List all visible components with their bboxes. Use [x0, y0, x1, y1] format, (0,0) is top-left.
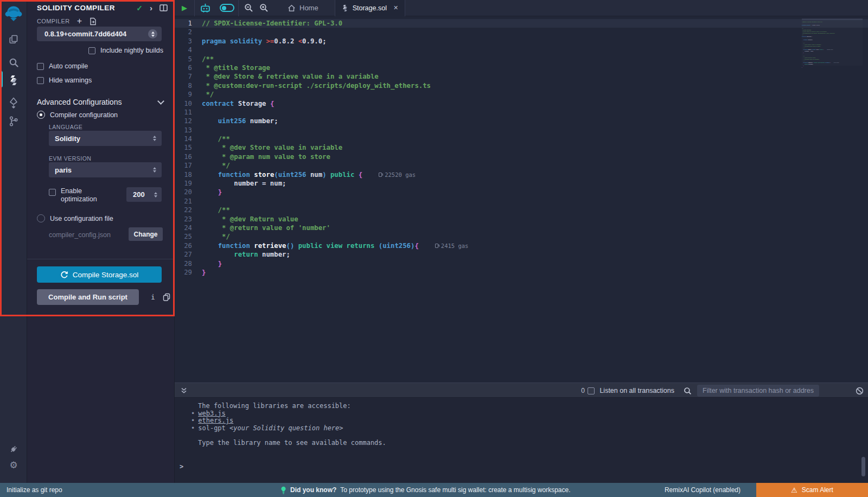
optimization-runs-input[interactable]: 200	[126, 187, 162, 202]
code-line-23[interactable]: 23 * @dev Return value	[175, 215, 868, 224]
solidity-compiler-icon[interactable]	[0, 71, 27, 90]
import-compiler-icon[interactable]	[89, 17, 97, 26]
code-line-12[interactable]: 12 uint256 number;	[175, 117, 868, 125]
scam-alert-badge[interactable]: ⚠ Scam Alert	[756, 483, 868, 497]
compile-and-run-button[interactable]: Compile and Run script	[37, 289, 139, 305]
init-git-repo-button[interactable]: Initialize as git repo	[7, 483, 62, 497]
line-number: 15	[175, 143, 202, 152]
code-line-4[interactable]: 4	[175, 46, 868, 54]
code-line-28[interactable]: 28 }	[175, 259, 868, 268]
run-script-button[interactable]: ▶	[175, 4, 194, 12]
tab-storage-sol[interactable]: Storage.sol ✕	[335, 0, 405, 16]
split-view-icon[interactable]	[159, 4, 168, 11]
code-line-21[interactable]: 21	[175, 197, 868, 206]
terminal-library-link[interactable]: web3.js	[198, 410, 226, 417]
hide-warnings-checkbox[interactable]	[37, 77, 44, 84]
status-bar: Initialize as git repo Did you know? To …	[0, 483, 868, 497]
plugin-manager-icon[interactable]	[0, 439, 27, 458]
code-line-27[interactable]: 27 return number;	[175, 250, 868, 259]
bullet-icon: •	[191, 424, 195, 432]
tab-home-label: Home	[299, 4, 318, 12]
zoom-in-button[interactable]	[256, 3, 271, 12]
include-nightly-checkbox[interactable]	[88, 47, 95, 54]
code-line-5[interactable]: 5/**	[175, 55, 868, 63]
advanced-configurations-toggle[interactable]: Advanced Configurations	[37, 98, 163, 106]
tab-storage-sol-label: Storage.sol	[353, 4, 387, 12]
editor-minimap[interactable]: // SPDX-License-Identifier: GPL-3.0pragm…	[802, 18, 863, 66]
zoom-out-icon	[244, 3, 253, 12]
line-number: 16	[175, 152, 202, 161]
enable-optimization-checkbox[interactable]	[49, 189, 56, 196]
code-line-11[interactable]: 11	[175, 108, 868, 117]
change-config-button[interactable]: Change	[129, 227, 163, 241]
listen-all-transactions-checkbox[interactable]	[588, 387, 595, 394]
code-line-20[interactable]: 20 }	[175, 188, 868, 196]
code-line-7[interactable]: 7 * @dev Store & retrieve value in a var…	[175, 72, 868, 81]
code-editor[interactable]: 1// SPDX-License-Identifier: GPL-3.023pr…	[175, 16, 868, 383]
stepper-arrows-icon[interactable]	[154, 192, 157, 197]
use-configuration-file-radio[interactable]	[37, 214, 45, 222]
code-line-15[interactable]: 15 * @dev Store value in variable	[175, 143, 868, 152]
code-line-19[interactable]: 19 number = num;	[175, 179, 868, 188]
code-line-25[interactable]: 25 */	[175, 232, 868, 241]
zoom-out-button[interactable]	[241, 3, 256, 12]
did-you-know-tip: Did you know? To prototype using the Gno…	[280, 483, 571, 497]
terminal-scrollbar[interactable]	[861, 457, 865, 476]
compiler-version-select[interactable]: 0.8.19+commit.7dd6d404	[37, 27, 162, 41]
clear-console-icon[interactable]	[856, 387, 864, 397]
terminal-search-icon[interactable]	[684, 387, 692, 397]
evm-version-value: paris	[55, 166, 72, 174]
line-number: 26	[175, 241, 202, 250]
use-configuration-file-row: Use configuration file	[37, 214, 113, 222]
transaction-filter-input[interactable]	[697, 385, 819, 397]
deploy-run-icon[interactable]	[0, 93, 27, 112]
code-line-22[interactable]: 22 /**	[175, 206, 868, 214]
terminal-collapse-icon[interactable]	[180, 387, 188, 397]
terminal-prompt[interactable]: >	[180, 463, 183, 470]
tab-close-icon[interactable]: ✕	[393, 4, 398, 11]
add-compiler-icon[interactable]: +	[77, 17, 82, 26]
compile-button[interactable]: Compile Storage.sol	[37, 266, 162, 283]
code-line-9[interactable]: 9 */	[175, 90, 868, 99]
terminal-library-link[interactable]: ethers.js	[198, 417, 233, 424]
code-line-1[interactable]: 1// SPDX-License-Identifier: GPL-3.0	[175, 19, 868, 28]
auto-compile-checkbox[interactable]	[37, 63, 44, 70]
code-line-26[interactable]: 26 function retrieve() public view retur…	[175, 241, 868, 250]
copy-icon[interactable]	[163, 293, 170, 301]
gas-estimate: 2415 gas	[435, 243, 469, 249]
auto-compile-label: Auto compile	[49, 62, 88, 70]
evm-version-label: EVM VERSION	[49, 155, 91, 162]
code-line-16[interactable]: 16 * @param num value to store	[175, 152, 868, 161]
bullet-icon: •	[191, 410, 195, 417]
code-line-13[interactable]: 13	[175, 126, 868, 135]
code-line-18[interactable]: 18 function store(uint256 num) public {2…	[175, 170, 868, 179]
file-explorer-icon[interactable]	[0, 30, 27, 48]
code-line-17[interactable]: 17 */	[175, 161, 868, 170]
code-line-2[interactable]: 2	[175, 28, 868, 36]
copilot-toggle[interactable]	[215, 4, 238, 12]
ai-copilot-button[interactable]	[195, 3, 215, 13]
code-line-6[interactable]: 6 * @title Storage	[175, 63, 868, 72]
gas-estimate: 22520 gas	[379, 171, 416, 178]
code-line-14[interactable]: 14 /**	[175, 135, 868, 143]
refresh-icon	[60, 271, 68, 279]
code-line-24[interactable]: 24 * @return value of 'number'	[175, 224, 868, 232]
code-line-10[interactable]: 10contract Storage {	[175, 99, 868, 108]
compiler-configuration-radio[interactable]	[37, 111, 45, 119]
settings-gear-icon[interactable]: ⚙	[0, 456, 27, 474]
terminal[interactable]: The following libraries are accessible:•…	[175, 398, 868, 483]
copilot-status[interactable]: RemixAI Copilot (enabled)	[665, 483, 741, 497]
code-line-8[interactable]: 8 * @custom:dev-run-script ./scripts/dep…	[175, 81, 868, 90]
code-line-3[interactable]: 3pragma solidity >=0.8.2 <0.9.0;	[175, 37, 868, 46]
evm-version-select[interactable]: paris	[49, 162, 162, 177]
listen-all-transactions-row: Listen on all transactions	[588, 387, 674, 394]
tab-home[interactable]: Home	[288, 4, 318, 12]
git-icon[interactable]	[0, 112, 27, 130]
panel-chevron-icon[interactable]: ›	[150, 3, 152, 12]
info-icon[interactable]: i	[151, 293, 155, 301]
search-icon[interactable]	[0, 53, 27, 72]
warning-icon: ⚠	[791, 487, 797, 494]
remix-logo-icon[interactable]	[0, 3, 27, 24]
language-select[interactable]: Solidity	[49, 131, 162, 146]
code-line-29[interactable]: 29}	[175, 268, 868, 277]
